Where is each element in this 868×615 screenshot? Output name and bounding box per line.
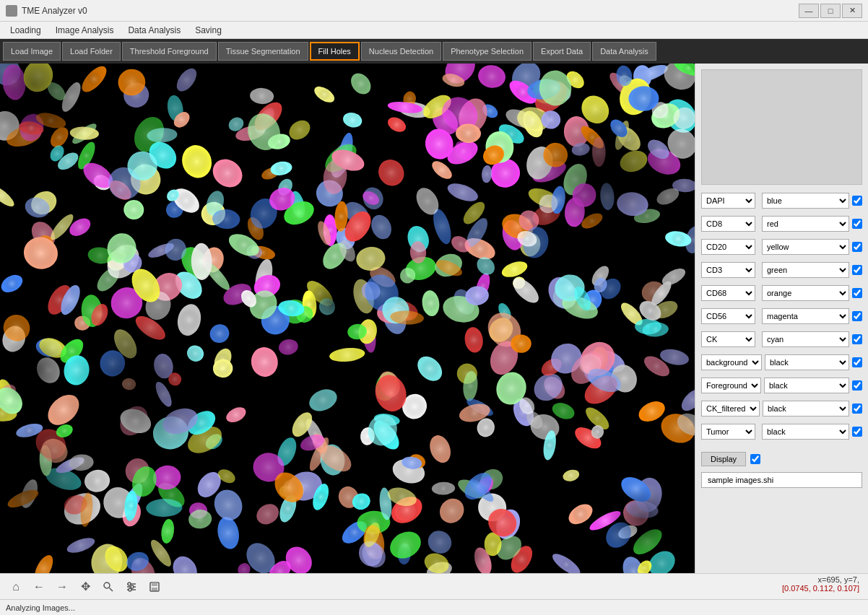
title-bar: TME Analyzer v0 — □ ✕ bbox=[0, 0, 868, 22]
display-button[interactable]: Display bbox=[701, 452, 746, 466]
channel-color-cd3[interactable]: green bbox=[762, 262, 849, 278]
load-image-button[interactable]: Load Image bbox=[3, 42, 61, 61]
close-button[interactable]: ✕ bbox=[842, 4, 862, 18]
app-title: TME Analyzer v0 bbox=[22, 6, 87, 16]
channel-color-cd68[interactable]: orange bbox=[762, 285, 849, 301]
channel-color-cd20[interactable]: yellow bbox=[762, 239, 849, 255]
channel-name-dapi[interactable]: DAPI bbox=[701, 193, 755, 209]
channel-check-cd8[interactable] bbox=[852, 219, 862, 229]
zoom-button[interactable] bbox=[98, 577, 118, 597]
channel-check-background[interactable] bbox=[852, 357, 862, 367]
channel-name-cd56[interactable]: CD56 bbox=[701, 308, 755, 324]
phenotype-selection-button[interactable]: Phenotype Selection bbox=[443, 42, 531, 61]
title-bar-controls: — □ ✕ bbox=[799, 4, 862, 18]
channel-row-tumor: Tumor black bbox=[701, 422, 862, 442]
channel-row-cd20: CD20 yellow bbox=[701, 237, 862, 257]
svg-point-5 bbox=[128, 583, 131, 585]
channel-check-ck[interactable] bbox=[852, 334, 862, 344]
menu-loading[interactable]: Loading bbox=[3, 22, 48, 38]
home-button[interactable]: ⌂ bbox=[6, 577, 26, 597]
sliders-button[interactable] bbox=[121, 577, 142, 597]
app-icon bbox=[6, 5, 17, 17]
channel-check-cd68[interactable] bbox=[852, 288, 862, 298]
channel-check-cd20[interactable] bbox=[852, 242, 862, 252]
menu-saving[interactable]: Saving bbox=[188, 22, 229, 38]
menu-bar: Loading Image Analysis Data Analysis Sav… bbox=[0, 22, 868, 39]
back-button[interactable]: ← bbox=[29, 577, 49, 597]
export-data-button[interactable]: Export Data bbox=[533, 42, 591, 61]
channel-color-cd56[interactable]: magenta bbox=[762, 308, 849, 324]
forward-button[interactable]: → bbox=[52, 577, 72, 597]
display-checkbox[interactable] bbox=[750, 454, 760, 464]
channel-row-cd56: CD56 magenta bbox=[701, 306, 862, 326]
channel-color-cd8[interactable]: red bbox=[762, 216, 849, 232]
channel-row-dapi: DAPI blue bbox=[701, 191, 862, 211]
side-panel: DAPI blue CD8 red CD20 bbox=[695, 64, 868, 573]
channel-name-background[interactable]: background bbox=[701, 354, 762, 370]
svg-point-6 bbox=[131, 585, 134, 588]
title-bar-left: TME Analyzer v0 bbox=[6, 5, 87, 17]
maximize-button[interactable]: □ bbox=[820, 4, 841, 18]
microscopy-canvas bbox=[0, 64, 695, 573]
channel-name-ck[interactable]: CK bbox=[701, 331, 755, 347]
channel-check-dapi[interactable] bbox=[852, 196, 862, 206]
channel-color-tumor[interactable]: black bbox=[762, 424, 849, 440]
channel-name-foreground[interactable]: Foreground bbox=[701, 378, 761, 393]
channel-color-ck[interactable]: cyan bbox=[762, 331, 849, 347]
channel-name-cd3[interactable]: CD3 bbox=[701, 262, 755, 278]
svg-rect-9 bbox=[152, 583, 157, 586]
top-panel-area bbox=[701, 69, 862, 185]
channel-name-tumor[interactable]: Tumor bbox=[701, 424, 755, 440]
svg-rect-10 bbox=[152, 588, 157, 590]
channel-name-cd68[interactable]: CD68 bbox=[701, 285, 755, 301]
status-bar: Analyzing Images... bbox=[0, 599, 868, 615]
channel-check-tumor[interactable] bbox=[852, 427, 862, 437]
bottom-toolbar: ⌂ ← → ✥ x=695, y=7, [0.0745, 0.112, 0.10… bbox=[0, 573, 868, 599]
main-toolbar: Load Image Load Folder Threshold Foregro… bbox=[0, 39, 868, 64]
data-analysis-button[interactable]: Data Analysis bbox=[592, 42, 656, 61]
channel-row-cd8: CD8 red bbox=[701, 214, 862, 234]
sample-images-button[interactable]: sample images.shi bbox=[701, 472, 862, 488]
menu-image-analysis[interactable]: Image Analysis bbox=[48, 22, 121, 38]
nucleus-detection-button[interactable]: Nucleus Detection bbox=[361, 42, 441, 61]
status-text: Analyzing Images... bbox=[6, 603, 75, 612]
channel-color-ck-filtered[interactable]: black bbox=[763, 401, 849, 416]
channel-name-ck-filtered[interactable]: CK_filtered bbox=[701, 401, 760, 416]
coords-values: [0.0745, 0.112, 0.107] bbox=[782, 584, 859, 593]
channel-color-dapi[interactable]: blue bbox=[762, 193, 849, 209]
display-row: Display bbox=[701, 449, 862, 466]
image-area[interactable] bbox=[0, 64, 695, 573]
svg-point-0 bbox=[104, 583, 110, 588]
main-content: DAPI blue CD8 red CD20 bbox=[0, 64, 868, 573]
channel-name-cd8[interactable]: CD8 bbox=[701, 216, 755, 232]
minimize-button[interactable]: — bbox=[799, 4, 819, 18]
channel-check-cd3[interactable] bbox=[852, 265, 862, 275]
save-button[interactable] bbox=[144, 577, 165, 597]
svg-point-7 bbox=[129, 588, 131, 591]
coords-xy: x=695, y=7, bbox=[782, 575, 859, 584]
channel-check-foreground[interactable] bbox=[852, 380, 862, 391]
threshold-foreground-button[interactable]: Threshold Foreground bbox=[122, 42, 217, 61]
channel-color-foreground[interactable]: black bbox=[764, 378, 849, 393]
channel-color-background[interactable]: black bbox=[765, 354, 849, 370]
channel-check-cd56[interactable] bbox=[852, 311, 862, 321]
load-folder-button[interactable]: Load Folder bbox=[62, 42, 121, 61]
tissue-segmentation-button[interactable]: Tissue Segmentation bbox=[218, 42, 308, 61]
fill-holes-button[interactable]: Fill Holes bbox=[310, 42, 360, 61]
channel-row-ck-filtered: CK_filtered black bbox=[701, 398, 862, 419]
menu-data-analysis[interactable]: Data Analysis bbox=[121, 22, 188, 38]
channel-name-cd20[interactable]: CD20 bbox=[701, 239, 755, 255]
channel-row-background: background black bbox=[701, 352, 862, 372]
sample-images-row: sample images.shi bbox=[701, 472, 862, 488]
channel-row-foreground: Foreground black bbox=[701, 375, 862, 396]
channel-row-cd68: CD68 orange bbox=[701, 283, 862, 303]
channel-row-cd3: CD3 green bbox=[701, 260, 862, 280]
channel-check-ck-filtered[interactable] bbox=[852, 404, 862, 414]
move-button[interactable]: ✥ bbox=[75, 577, 95, 597]
channel-row-ck: CK cyan bbox=[701, 329, 862, 349]
coords-display: x=695, y=7, [0.0745, 0.112, 0.107] bbox=[782, 575, 859, 593]
svg-line-1 bbox=[110, 588, 113, 591]
